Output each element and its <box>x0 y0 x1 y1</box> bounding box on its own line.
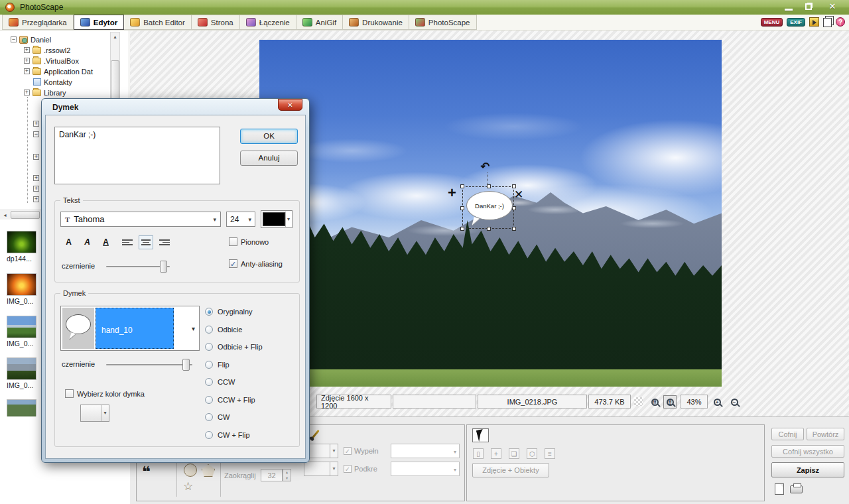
photo-canvas[interactable]: ↷ + ✕ DanKar ;-) <box>259 40 722 387</box>
tree-item-daniel[interactable]: − Daniel <box>11 34 51 44</box>
tree-hscroll-thumb[interactable] <box>11 211 40 219</box>
orientation-ccw[interactable]: CCW <box>205 373 263 391</box>
tree-item-virtualbox[interactable]: + .VirtualBox <box>24 56 79 66</box>
cancel-button[interactable]: Anuluj <box>240 151 298 166</box>
tab-anigif[interactable]: AniGif <box>296 15 343 30</box>
expand-icon[interactable]: + <box>33 175 39 181</box>
text-blacken-thumb[interactable] <box>160 261 167 273</box>
font-combo[interactable]: T Tahoma ▾ <box>60 212 221 227</box>
pentagon-shape-icon[interactable] <box>202 464 215 477</box>
expand-icon[interactable]: + <box>33 121 39 127</box>
tree-item-kontakty[interactable]: Kontakty <box>33 77 72 87</box>
photo-objects-button[interactable]: Zdjęcie + Obiekty <box>472 463 549 477</box>
tree-item-application-data[interactable]: + Application Dat <box>24 66 93 76</box>
tree-item-rssowl2[interactable]: + .rssowl2 <box>24 45 70 55</box>
undo-button[interactable]: Cofnij <box>771 428 804 440</box>
duplicate-object-icon[interactable]: + <box>491 448 501 459</box>
tab-edytor[interactable]: Edytor <box>74 15 124 30</box>
bubble-shape-arrow[interactable]: ▾ <box>192 325 195 332</box>
zoom-actual-button[interactable]: ⠿ <box>648 395 661 409</box>
delete-object-icon[interactable]: ▯ <box>473 448 484 459</box>
resize-handle[interactable] <box>460 184 464 188</box>
save-button[interactable]: Zapisz <box>771 462 844 477</box>
rotate-handle[interactable]: ↷ <box>480 160 490 174</box>
tab-batch-editor[interactable]: Batch Editor <box>124 15 192 30</box>
resize-handle[interactable] <box>487 227 491 231</box>
expand-icon[interactable]: + <box>24 47 30 53</box>
line-width-dd[interactable]: ▾ <box>304 462 338 476</box>
undo-all-button[interactable]: Cofnij wszystko <box>771 445 844 458</box>
thumb-img-0[interactable]: dp144... <box>7 231 36 263</box>
expand-icon[interactable]: + <box>33 154 39 160</box>
minimize-button[interactable] <box>780 3 799 12</box>
zoom-in-button[interactable]: + <box>710 395 724 409</box>
font-color-swatch[interactable]: ▾ <box>261 210 293 228</box>
dialog-text-input[interactable]: DanKar ;-) <box>54 127 220 184</box>
help-icon[interactable]: ? <box>836 17 845 27</box>
resize-handle[interactable] <box>512 184 516 188</box>
resize-handle[interactable] <box>512 206 516 210</box>
transparency-checker-icon[interactable] <box>634 397 643 406</box>
align-right-button[interactable] <box>157 235 172 249</box>
group-objects-icon[interactable]: ❏ <box>509 448 519 459</box>
exif-badge[interactable]: EXIF <box>787 18 805 27</box>
bubble-blacken-thumb[interactable] <box>182 359 190 371</box>
resize-handle[interactable] <box>460 206 464 210</box>
zoom-out-button[interactable]: − <box>728 395 741 409</box>
expand-icon[interactable]: + <box>33 186 39 192</box>
bubble-color-checkbox[interactable] <box>65 389 74 398</box>
close-button[interactable]: ✕ <box>822 1 842 13</box>
bold-button[interactable]: A <box>62 235 76 249</box>
ellipse-shape-icon[interactable] <box>184 464 197 477</box>
expand-icon[interactable]: + <box>24 68 30 74</box>
resize-handle[interactable] <box>512 227 516 231</box>
resize-handle[interactable] <box>487 184 491 188</box>
thumbnail-image[interactable] <box>7 231 36 253</box>
fill-dd[interactable]: ▾ <box>391 444 460 458</box>
add-mark[interactable]: + <box>448 187 456 199</box>
bubble-blacken-slider[interactable] <box>106 364 192 365</box>
orientation-odbicie-flip[interactable]: Odbicie + Flip <box>205 338 263 356</box>
orientation-ccw-flip[interactable]: CCW + Flip <box>205 391 263 409</box>
round-spinner[interactable]: 32 <box>261 469 283 481</box>
underline-button[interactable]: A <box>99 235 113 249</box>
speech-bubble[interactable]: DanKar ;-) <box>466 191 513 220</box>
orientation-cw-flip[interactable]: CW + Flip <box>205 426 263 444</box>
size-combo[interactable]: 24 ▾ <box>226 212 255 227</box>
align-left-button[interactable] <box>120 235 135 249</box>
outline-checkbox[interactable]: ✓ <box>344 465 352 473</box>
thumb-img-3[interactable]: IMG_0... <box>7 357 36 389</box>
outline-dd[interactable]: ▾ <box>391 462 460 476</box>
pointer-tool-button[interactable] <box>472 428 489 442</box>
menu-badge[interactable]: MENU <box>761 18 783 27</box>
resize-handle[interactable] <box>460 227 464 231</box>
copy-icon[interactable] <box>823 18 832 27</box>
ok-button[interactable]: OK <box>240 129 298 144</box>
tree-vscroll-thumb[interactable] <box>111 60 119 100</box>
thumbnail-image[interactable] <box>7 316 36 338</box>
eyedropper-icon[interactable] <box>311 430 320 439</box>
zoom-fit-button[interactable]: ⣿ <box>663 395 677 409</box>
slideshow-icon[interactable] <box>809 17 819 27</box>
tab-strona[interactable]: Strona <box>192 15 240 30</box>
delete-mark[interactable]: ✕ <box>514 188 523 202</box>
orientation-oryginalny[interactable]: Oryginalny <box>205 303 263 321</box>
print-icon[interactable] <box>790 485 803 493</box>
ungroup-objects-icon[interactable]: ⬡ <box>527 448 537 459</box>
tree-hscroll-left[interactable]: ◂ <box>1 211 9 220</box>
pionowo-checkbox[interactable] <box>229 237 237 246</box>
expand-icon[interactable]: + <box>33 196 39 202</box>
tab-laczenie[interactable]: Łączenie <box>240 15 296 30</box>
tree-item-library[interactable]: + Library <box>24 88 66 97</box>
round-spinner-arrows[interactable]: ▴▾ <box>283 469 291 481</box>
new-file-icon[interactable] <box>775 483 784 495</box>
thumbnail-image[interactable] <box>7 273 36 296</box>
thumb-img-1[interactable]: IMG_0... <box>7 273 36 305</box>
bubble-shape-combo[interactable]: hand_10 ▾ <box>60 306 200 351</box>
align-center-button[interactable] <box>139 235 153 249</box>
tab-drukowanie[interactable]: Drukowanie <box>343 15 409 30</box>
redo-button[interactable]: Powtórz <box>807 428 844 440</box>
orientation-odbicie[interactable]: Odbicie <box>205 321 263 339</box>
italic-button[interactable]: A <box>80 235 94 249</box>
bubble-color-dd[interactable]: ▾ <box>80 405 109 422</box>
